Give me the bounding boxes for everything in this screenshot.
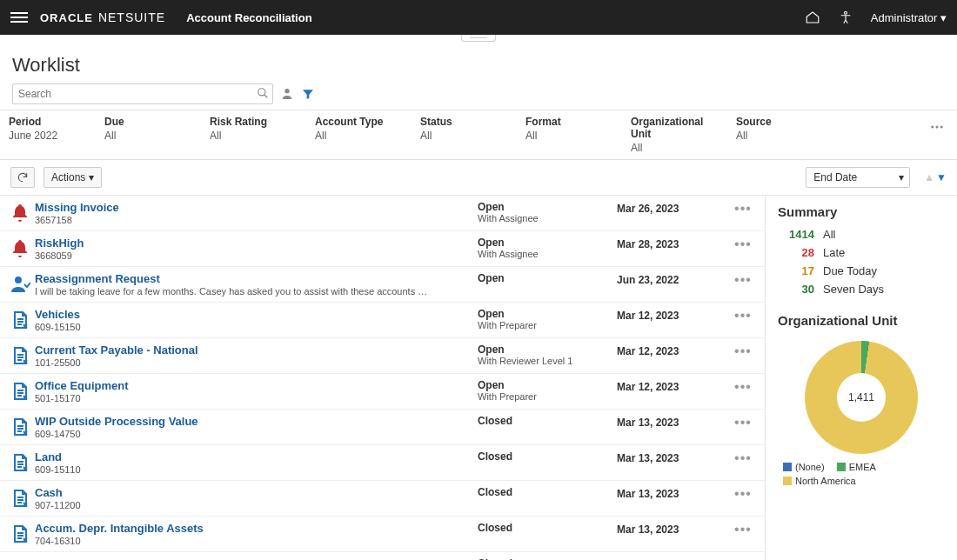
filter-account-type[interactable]: Account TypeAll: [306, 110, 412, 159]
legend-na[interactable]: North America: [783, 476, 856, 486]
stat-late[interactable]: 28 Late: [778, 246, 945, 259]
svg-point-1: [258, 89, 265, 96]
row-title[interactable]: Vehicles: [35, 308, 478, 321]
row-date: Mar 12, 2023: [617, 343, 730, 357]
row-subtitle: 3657158: [35, 215, 478, 225]
doc-icon: [5, 486, 35, 509]
summary-title: Summary: [778, 204, 945, 219]
doc-icon: [5, 522, 35, 544]
brand: ORACLE NETSUITE: [40, 10, 165, 24]
row-title[interactable]: Office Equipment: [35, 379, 478, 392]
row-subtitle: 609-15110: [35, 464, 478, 475]
list-row[interactable]: WIP Outside Processing Value609-14750Clo…: [0, 410, 765, 445]
filter-period[interactable]: PeriodJune 2022: [0, 110, 96, 159]
row-date: Jun 23, 2022: [617, 272, 730, 286]
row-title[interactable]: Cash: [35, 486, 478, 499]
list-row[interactable]: Cash907-11200ClosedMar 13, 2023•••: [0, 481, 765, 517]
filter-risk[interactable]: Risk RatingAll: [201, 110, 306, 159]
row-date: Mar 13, 2023: [617, 522, 730, 536]
accessibility-icon[interactable]: [838, 10, 853, 25]
row-status: OpenWith Assignee: [478, 237, 617, 259]
row-subtitle: 609-15150: [35, 322, 478, 332]
legend-emea[interactable]: EMEA: [837, 462, 876, 472]
doc-icon: [5, 450, 35, 473]
panel-handle[interactable]: [461, 35, 496, 42]
filter-source[interactable]: SourceAll: [727, 110, 833, 159]
row-menu-icon[interactable]: •••: [730, 450, 756, 466]
stat-due-today[interactable]: 17 Due Today: [778, 264, 945, 277]
filter-icon[interactable]: [301, 87, 315, 101]
user-menu[interactable]: Administrator ▾: [871, 11, 947, 24]
row-title[interactable]: WIP Outside Processing Value: [35, 415, 478, 428]
row-status: OpenWith Preparer: [478, 308, 617, 330]
search-toolbar: [0, 83, 957, 110]
filter-bar: PeriodJune 2022 DueAll Risk RatingAll Ac…: [0, 110, 957, 160]
row-status: Closed: [478, 486, 617, 498]
row-menu-icon[interactable]: •••: [730, 379, 756, 395]
row-menu-icon[interactable]: •••: [730, 201, 756, 217]
actions-button[interactable]: Actions▾: [44, 167, 102, 188]
row-title[interactable]: Current Tax Payable - National: [35, 343, 478, 357]
row-menu-icon[interactable]: •••: [730, 308, 756, 323]
doc-icon: [5, 343, 35, 366]
list-row[interactable]: Current Tax Payable - National101-25500O…: [0, 338, 765, 374]
row-menu-icon[interactable]: •••: [730, 237, 756, 252]
bell-icon: [5, 201, 35, 223]
row-status: Closed: [478, 415, 617, 427]
row-title[interactable]: Land: [35, 450, 478, 463]
row-date: Mar 28, 2023: [617, 237, 730, 250]
filter-more-icon[interactable]: [929, 119, 945, 135]
row-date: Mar 13, 2023: [617, 415, 730, 429]
chart-legend: (None) EMEA North America: [778, 462, 945, 486]
row-title[interactable]: Accum. Depr. Intangible Assets: [35, 522, 478, 535]
sort-desc-icon[interactable]: ▼: [936, 171, 947, 183]
row-date: Mar 13, 2023: [617, 450, 730, 464]
stat-seven-days[interactable]: 30 Seven Days: [778, 283, 945, 296]
row-menu-icon[interactable]: •••: [730, 272, 756, 288]
row-menu-icon[interactable]: •••: [730, 415, 756, 430]
row-title[interactable]: RiskHigh: [35, 237, 478, 250]
svg-point-0: [844, 11, 847, 14]
user-filter-icon[interactable]: [280, 87, 294, 101]
row-status: OpenWith Reviewer Level 1: [478, 343, 617, 366]
actions-bar: Actions▾ End Date ▾ ▲ ▼: [0, 160, 957, 196]
row-menu-icon[interactable]: •••: [730, 486, 756, 502]
list-row[interactable]: Vehicles609-15150OpenWith PreparerMar 12…: [0, 303, 765, 338]
row-date: Mar 12, 2023: [617, 308, 730, 322]
list-row[interactable]: RiskHigh3668059OpenWith AssigneeMar 28, …: [0, 231, 765, 267]
filter-status[interactable]: StatusAll: [412, 110, 517, 159]
sort-asc-icon[interactable]: ▲: [924, 171, 934, 183]
list-row[interactable]: Land609-15110ClosedMar 13, 2023•••: [0, 445, 765, 481]
filter-due[interactable]: DueAll: [96, 110, 201, 159]
page-title: Worklist: [0, 42, 957, 83]
stat-all[interactable]: 1414 All: [778, 228, 945, 241]
sort-field-select[interactable]: End Date ▾: [806, 167, 910, 188]
menu-icon[interactable]: [10, 10, 28, 25]
top-bar: ORACLE NETSUITE Account Reconciliation A…: [0, 0, 957, 35]
row-subtitle: I will be taking leave for a few months.…: [35, 286, 478, 297]
filter-org-unit[interactable]: Organizational UnitAll: [622, 110, 727, 159]
home-icon[interactable]: [805, 10, 820, 25]
legend-none[interactable]: (None): [783, 462, 825, 472]
row-date: Mar 26, 2023: [617, 201, 730, 215]
doc-icon: [5, 308, 35, 330]
search-icon[interactable]: [257, 87, 269, 99]
list-row[interactable]: Missing Invoice3657158OpenWith AssigneeM…: [0, 196, 765, 231]
person-icon: [5, 272, 35, 295]
svg-point-6: [15, 277, 22, 283]
row-subtitle: 3668059: [35, 250, 478, 261]
list-row[interactable]: Accum. Depr. Office Equipment501-16170Cl…: [0, 552, 765, 560]
filter-format[interactable]: FormatAll: [517, 110, 622, 159]
row-title[interactable]: Missing Invoice: [35, 201, 478, 214]
row-menu-icon[interactable]: •••: [730, 522, 756, 537]
app-module-title: Account Reconciliation: [186, 11, 311, 24]
list-row[interactable]: Office Equipment501-15170OpenWith Prepar…: [0, 374, 765, 410]
list-row[interactable]: Accum. Depr. Intangible Assets704-16310C…: [0, 517, 765, 552]
row-title[interactable]: Reassignment Request: [35, 272, 478, 285]
row-subtitle: 609-14750: [35, 429, 478, 439]
row-menu-icon[interactable]: •••: [730, 343, 756, 359]
search-input[interactable]: [12, 83, 273, 104]
refresh-button[interactable]: [10, 167, 35, 188]
list-row[interactable]: Reassignment RequestI will be taking lea…: [0, 267, 765, 303]
row-subtitle: 101-25500: [35, 357, 478, 368]
